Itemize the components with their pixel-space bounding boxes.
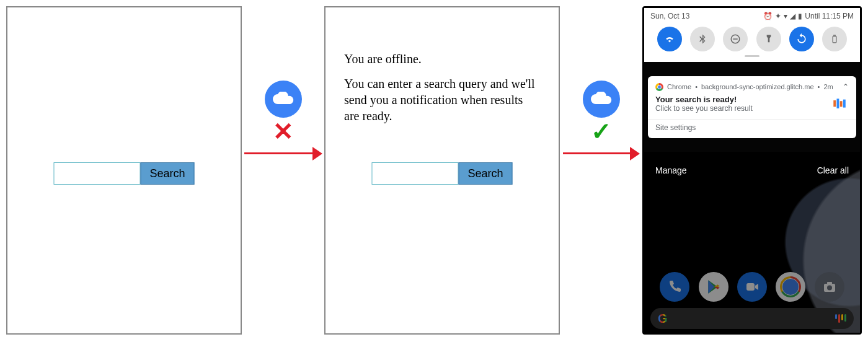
cloud-icon (583, 81, 620, 118)
qs-battery-saver-icon[interactable] (822, 27, 847, 51)
notification-title: Your search is ready! (655, 95, 753, 104)
offline-body: You can enter a search query and we'll s… (344, 76, 540, 124)
battery-icon: ▮ (798, 12, 802, 20)
qs-flashlight-icon[interactable] (756, 27, 781, 51)
search-input[interactable] (53, 162, 140, 185)
status-bar: Sun, Oct 13 ⏰ ✦ ▾ ◢ ▮ Until 11:15 PM (650, 12, 854, 20)
svg-point-10 (827, 286, 832, 291)
panel-initial-search: Search (6, 6, 242, 335)
chrome-icon (655, 83, 663, 91)
cloud-icon (265, 81, 302, 118)
manage-button[interactable]: Manage (655, 165, 687, 175)
svg-rect-11 (827, 282, 832, 284)
svg-rect-4 (833, 100, 836, 106)
svg-rect-8 (746, 283, 755, 291)
clear-all-button[interactable]: Clear all (817, 165, 849, 175)
shade-actions: Manage Clear all (644, 162, 860, 179)
arrow-right-icon (563, 145, 640, 162)
site-settings-button[interactable]: Site settings (655, 123, 849, 132)
transition-offline: ✕ (244, 81, 322, 162)
phone-app-icon[interactable] (660, 272, 689, 302)
offline-heading: You are offline. (344, 51, 540, 67)
notification-header: Chrome • background-sync-optimized.glitc… (655, 82, 849, 91)
chevron-up-icon[interactable]: ⌃ (843, 82, 849, 91)
svg-rect-6 (840, 101, 843, 107)
notification-source: background-sync-optimized.glitch.me (701, 83, 814, 90)
qs-toggle-row (650, 20, 854, 55)
play-store-app-icon[interactable] (699, 272, 728, 302)
panel-android-notification: Sun, Oct 13 ⏰ ✦ ▾ ◢ ▮ Until 11:15 PM Chr… (642, 6, 862, 335)
assistant-icon[interactable] (835, 314, 846, 323)
duo-app-icon[interactable] (737, 272, 767, 302)
status-date: Sun, Oct 13 (650, 12, 689, 20)
camera-app-icon[interactable] (815, 272, 844, 302)
qs-rotate-icon[interactable] (789, 27, 814, 51)
svg-rect-1 (733, 38, 738, 40)
signal-icon: ◢ (790, 12, 795, 20)
svg-rect-3 (834, 35, 835, 37)
search-input[interactable] (371, 162, 458, 185)
panel-offline-message: You are offline. You can enter a search … (324, 6, 560, 335)
transition-online: ✓ (563, 81, 640, 162)
battery-until-text: Until 11:15 PM (805, 12, 854, 20)
arrow-right-icon (244, 145, 322, 162)
search-button[interactable]: Search (458, 162, 512, 185)
notification-subtitle: Click to see you search result (655, 104, 753, 113)
check-icon: ✓ (563, 119, 640, 144)
svg-rect-5 (836, 99, 839, 108)
vibrate-icon: ✦ (775, 12, 781, 20)
app-dock (644, 272, 860, 302)
svg-rect-2 (833, 36, 836, 43)
notification-card[interactable]: Chrome • background-sync-optimized.glitc… (648, 76, 856, 138)
drag-handle[interactable] (745, 55, 760, 57)
alarm-icon: ⏰ (763, 12, 773, 20)
notification-app: Chrome (667, 83, 691, 90)
site-icon (833, 98, 849, 110)
chrome-app-icon[interactable] (776, 272, 805, 302)
search-button[interactable]: Search (140, 162, 194, 185)
wifi-icon: ▾ (784, 12, 787, 20)
notification-time: 2m (823, 83, 833, 90)
qs-wifi-icon[interactable] (657, 27, 682, 51)
qs-dnd-icon[interactable] (723, 27, 748, 51)
qs-bluetooth-icon[interactable] (690, 27, 715, 51)
cross-icon: ✕ (244, 119, 322, 144)
quick-settings-panel: Sun, Oct 13 ⏰ ✦ ▾ ◢ ▮ Until 11:15 PM (644, 8, 860, 62)
svg-rect-7 (843, 99, 846, 107)
offline-message: You are offline. You can enter a search … (344, 51, 540, 133)
google-search-bar[interactable]: G (650, 308, 854, 329)
google-logo-icon: G (658, 312, 668, 326)
search-form: Search (371, 162, 512, 185)
search-form: Search (53, 162, 194, 185)
divider (648, 119, 856, 120)
